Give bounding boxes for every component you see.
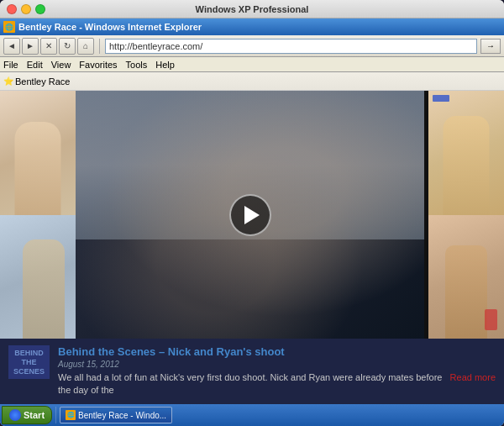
refresh-button[interactable]: ↻ xyxy=(59,38,76,55)
mac-window-controls xyxy=(7,4,45,14)
taskbar-item-label-0: Bentley Race - Windo... xyxy=(78,411,166,420)
start-label: Start xyxy=(24,410,45,420)
ie-toolbar: ◄ ► ✕ ↻ ⌂ → xyxy=(0,35,504,57)
favorites-bar: ⭐ Bentley Race xyxy=(0,72,504,91)
go-button[interactable]: → xyxy=(480,39,501,54)
blog-date: August 15, 2012 xyxy=(58,360,496,369)
windows-icon xyxy=(9,409,21,421)
menu-edit[interactable]: Edit xyxy=(27,60,43,70)
menu-view[interactable]: View xyxy=(51,60,71,70)
read-more-link[interactable]: Read more xyxy=(450,372,496,382)
video-section xyxy=(0,91,504,339)
taskbar-item-0[interactable]: 🌐 Bentley Race - Windo... xyxy=(60,407,172,423)
taskbar-divider xyxy=(55,407,56,423)
ie-window: 🌐 Bentley Race - Windows Internet Explor… xyxy=(0,18,504,404)
blog-text-row: We all had a lot of fun at Nick's very f… xyxy=(58,371,496,397)
mac-titlebar: Windows XP Professional xyxy=(0,0,504,18)
thumb-top-right[interactable] xyxy=(428,91,504,215)
thumb-bottom-left[interactable] xyxy=(0,215,76,339)
tag-line2: THE xyxy=(22,358,37,366)
thumb-bottom-right[interactable] xyxy=(428,215,504,339)
menu-tools[interactable]: Tools xyxy=(126,60,148,70)
website-content: BEHIND THE SCENES Behind the Scenes – Ni… xyxy=(0,91,504,404)
home-button[interactable]: ⌂ xyxy=(77,38,94,55)
minimize-button[interactable] xyxy=(21,4,31,14)
taskbar: Start 🌐 Bentley Race - Windo... xyxy=(0,404,504,426)
tag-line3: SCENES xyxy=(13,367,45,376)
right-thumbnails xyxy=(428,91,504,339)
main-video-player[interactable] xyxy=(76,91,424,339)
play-button[interactable] xyxy=(229,194,271,236)
forward-button[interactable]: ► xyxy=(22,38,39,55)
ie-titlebar: 🌐 Bentley Race - Windows Internet Explor… xyxy=(0,18,504,35)
tag-line1: BEHIND xyxy=(14,349,44,357)
window-title: Windows XP Professional xyxy=(196,4,309,14)
thumb-top-left[interactable] xyxy=(0,91,76,215)
fav-label: Bentley Race xyxy=(15,76,70,87)
ie-taskbar-icon: 🌐 xyxy=(66,410,76,420)
blog-section: BEHIND THE SCENES Behind the Scenes – Ni… xyxy=(0,339,504,404)
mac-window: Windows XP Professional 🌐 Bentley Race -… xyxy=(0,0,504,426)
address-bar xyxy=(105,39,477,54)
menu-favorites[interactable]: Favorites xyxy=(79,60,117,70)
play-icon xyxy=(244,206,260,224)
menu-help[interactable]: Help xyxy=(155,60,175,70)
blog-content: Behind the Scenes – Nick and Ryan's shoo… xyxy=(58,345,496,397)
back-button[interactable]: ◄ xyxy=(3,38,20,55)
blog-tag: BEHIND THE SCENES xyxy=(8,345,50,379)
maximize-button[interactable] xyxy=(35,4,45,14)
favorites-item-bentley[interactable]: ⭐ Bentley Race xyxy=(3,76,70,87)
close-button[interactable] xyxy=(7,4,17,14)
fav-icon: ⭐ xyxy=(3,76,13,86)
blog-excerpt: We all had a lot of fun at Nick's very f… xyxy=(58,371,447,397)
ie-window-title: Bentley Race - Windows Internet Explorer xyxy=(18,22,202,32)
url-input[interactable] xyxy=(105,39,477,54)
ie-menu: File Edit View Favorites Tools Help xyxy=(0,57,504,72)
blog-title[interactable]: Behind the Scenes – Nick and Ryan's shoo… xyxy=(58,345,496,358)
left-thumbnails xyxy=(0,91,76,339)
nav-buttons: ◄ ► ✕ ↻ ⌂ xyxy=(3,38,94,55)
stop-button[interactable]: ✕ xyxy=(40,38,57,55)
ie-logo: 🌐 xyxy=(3,21,15,33)
start-button[interactable]: Start xyxy=(2,406,52,424)
menu-file[interactable]: File xyxy=(3,60,18,70)
